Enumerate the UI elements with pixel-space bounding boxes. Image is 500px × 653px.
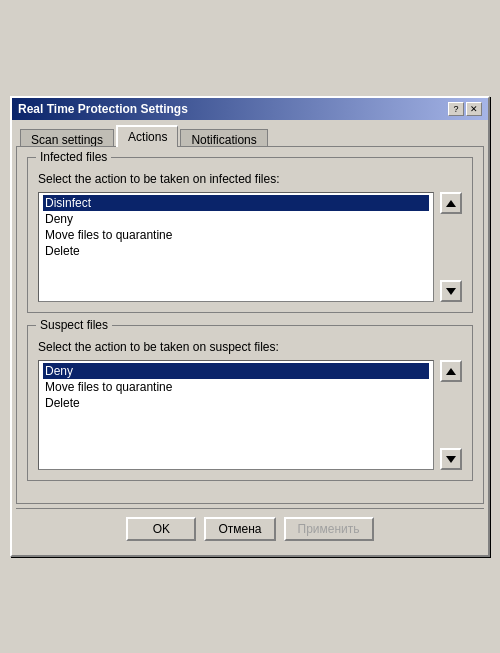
window-content: Scan settings Actions Notifications Infe… [12,120,488,555]
arrow-down-icon [446,456,456,463]
suspect-files-row: Deny Move files to quarantine Delete [38,360,462,470]
list-item[interactable]: Delete [43,243,429,259]
title-bar-buttons: ? ✕ [448,102,482,116]
apply-button[interactable]: Применить [284,517,374,541]
infected-files-listbox[interactable]: Disinfect Deny Move files to quarantine … [38,192,434,302]
title-bar: Real Time Protection Settings ? ✕ [12,98,488,120]
suspect-files-listbox[interactable]: Deny Move files to quarantine Delete [38,360,434,470]
help-button[interactable]: ? [448,102,464,116]
infected-files-down-button[interactable] [440,280,462,302]
list-item[interactable]: Deny [43,363,429,379]
arrow-up-icon [446,368,456,375]
list-item[interactable]: Move files to quarantine [43,379,429,395]
list-item[interactable]: Deny [43,211,429,227]
tab-actions[interactable]: Actions [116,125,178,147]
ok-button[interactable]: OK [126,517,196,541]
infected-files-row: Disinfect Deny Move files to quarantine … [38,192,462,302]
list-item[interactable]: Delete [43,395,429,411]
arrow-down-icon [446,288,456,295]
list-item[interactable]: Move files to quarantine [43,227,429,243]
suspect-files-arrows [440,360,462,470]
list-item[interactable]: Disinfect [43,195,429,211]
main-window: Real Time Protection Settings ? ✕ Scan s… [10,96,490,557]
arrow-up-icon [446,200,456,207]
tab-bar: Scan settings Actions Notifications [16,124,484,146]
suspect-files-description: Select the action to be taken on suspect… [38,340,462,354]
suspect-files-label: Suspect files [36,318,112,332]
bottom-bar: OK Отмена Применить [16,508,484,551]
suspect-files-down-button[interactable] [440,448,462,470]
suspect-files-group: Suspect files Select the action to be ta… [27,325,473,481]
infected-files-label: Infected files [36,150,111,164]
suspect-files-up-button[interactable] [440,360,462,382]
cancel-button[interactable]: Отмена [204,517,275,541]
infected-files-group: Infected files Select the action to be t… [27,157,473,313]
infected-files-up-button[interactable] [440,192,462,214]
infected-files-description: Select the action to be taken on infecte… [38,172,462,186]
close-button[interactable]: ✕ [466,102,482,116]
window-title: Real Time Protection Settings [18,102,188,116]
tab-content: Infected files Select the action to be t… [16,146,484,504]
infected-files-arrows [440,192,462,302]
